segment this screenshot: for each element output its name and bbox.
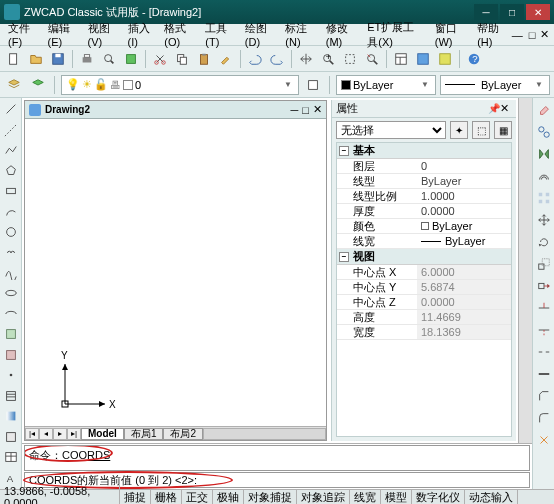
section-view[interactable]: −视图 [337, 249, 511, 265]
menu-window[interactable]: 窗口(W) [429, 19, 471, 50]
prop-color-value[interactable]: ByLayer [417, 219, 511, 233]
fillet-tool[interactable] [534, 408, 554, 428]
collapse-icon[interactable]: − [339, 252, 349, 262]
tab-first-button[interactable]: |◂ [25, 428, 39, 440]
point-tool[interactable] [1, 366, 21, 384]
close-button[interactable]: ✕ [526, 4, 550, 20]
status-tablet[interactable]: 数字化仪 [412, 490, 465, 505]
drawing-canvas[interactable]: Y X [25, 119, 326, 426]
mdi-restore-icon[interactable]: — [512, 28, 523, 42]
erase-tool[interactable] [534, 100, 554, 120]
status-lwt[interactable]: 线宽 [350, 490, 381, 505]
polyline-tool[interactable] [1, 141, 21, 159]
drawing-minimize-button[interactable]: ─ [291, 104, 299, 116]
make-block-tool[interactable] [1, 346, 21, 364]
status-ortho[interactable]: 正交 [182, 490, 213, 505]
explode-tool[interactable] [534, 430, 554, 450]
drawing-maximize-button[interactable]: □ [302, 104, 309, 116]
prop-lineweight-value[interactable]: ByLayer [417, 234, 511, 248]
layout1-tab[interactable]: 布局1 [124, 428, 164, 440]
quick-select-button[interactable]: ✦ [450, 121, 468, 139]
layout2-tab[interactable]: 布局2 [163, 428, 203, 440]
pan-button[interactable] [296, 49, 316, 69]
region-tool[interactable] [1, 428, 21, 446]
extend-tool[interactable] [534, 320, 554, 340]
mdi-close-icon[interactable]: ✕ [539, 28, 550, 42]
status-dyn[interactable]: 动态输入 [465, 490, 518, 505]
menu-insert[interactable]: 插入(I) [122, 19, 159, 50]
tab-next-button[interactable]: ▸ [53, 428, 67, 440]
toggle-pickadd-button[interactable]: ▦ [494, 121, 512, 139]
prop-linetype-value[interactable]: ByLayer [417, 174, 511, 188]
layer-dropdown[interactable]: 💡 ☀ 🔓 🖶 0 ▼ [61, 75, 299, 95]
prop-layer-value[interactable]: 0 [417, 159, 511, 173]
layer-states-button[interactable] [303, 75, 323, 95]
menu-format[interactable]: 格式(O) [158, 19, 199, 50]
publish-button[interactable] [121, 49, 141, 69]
status-polar[interactable]: 极轴 [213, 490, 244, 505]
prop-ltscale-value[interactable]: 1.0000 [417, 189, 511, 203]
match-props-button[interactable] [216, 49, 236, 69]
new-button[interactable] [4, 49, 24, 69]
layer-manager-button[interactable] [4, 75, 24, 95]
zoom-window-button[interactable] [340, 49, 360, 69]
copy-button[interactable] [172, 49, 192, 69]
menu-file[interactable]: 文件(F) [2, 19, 42, 50]
redo-button[interactable] [267, 49, 287, 69]
zoom-realtime-button[interactable]: + [318, 49, 338, 69]
properties-button[interactable] [391, 49, 411, 69]
open-button[interactable] [26, 49, 46, 69]
xline-tool[interactable] [1, 120, 21, 138]
offset-tool[interactable] [534, 166, 554, 186]
join-tool[interactable] [534, 364, 554, 384]
layer-previous-button[interactable] [28, 75, 48, 95]
paste-button[interactable] [194, 49, 214, 69]
spline-tool[interactable] [1, 264, 21, 282]
status-model[interactable]: 模型 [381, 490, 412, 505]
model-tab[interactable]: Model [81, 428, 124, 440]
minimize-button[interactable]: ─ [474, 4, 498, 20]
command-history[interactable]: 命令：COORDS [24, 445, 530, 471]
menu-et-tools[interactable]: ET扩展工具(X) [361, 18, 429, 52]
stretch-tool[interactable] [534, 276, 554, 296]
revcloud-tool[interactable] [1, 243, 21, 261]
cut-button[interactable] [150, 49, 170, 69]
table-tool[interactable] [1, 448, 21, 466]
command-input[interactable] [197, 475, 525, 486]
arc-tool[interactable] [1, 202, 21, 220]
prop-thickness-value[interactable]: 0.0000 [417, 204, 511, 218]
zoom-previous-button[interactable] [362, 49, 382, 69]
collapse-icon[interactable]: − [339, 146, 349, 156]
menu-tools[interactable]: 工具(T) [199, 19, 239, 50]
status-grid[interactable]: 栅格 [151, 490, 182, 505]
tab-last-button[interactable]: ▸| [67, 428, 81, 440]
hatch-tool[interactable] [1, 387, 21, 405]
rotate-tool[interactable] [534, 232, 554, 252]
maximize-button[interactable]: □ [500, 4, 524, 20]
polygon-tool[interactable] [1, 161, 21, 179]
selection-dropdown[interactable]: 无选择 [336, 121, 446, 139]
gradient-tool[interactable] [1, 407, 21, 425]
save-button[interactable] [48, 49, 68, 69]
chamfer-tool[interactable] [534, 386, 554, 406]
pin-icon[interactable]: 📌 [488, 103, 500, 114]
insert-block-tool[interactable] [1, 325, 21, 343]
tool-palettes-button[interactable] [435, 49, 455, 69]
select-objects-button[interactable]: ⬚ [472, 121, 490, 139]
ellipse-arc-tool[interactable] [1, 305, 21, 323]
trim-tool[interactable] [534, 298, 554, 318]
panel-close-button[interactable]: ✕ [500, 102, 512, 115]
status-otrack[interactable]: 对象追踪 [297, 490, 350, 505]
linetype-dropdown[interactable]: ByLayer ▼ [440, 75, 550, 95]
rectangle-tool[interactable] [1, 182, 21, 200]
preview-button[interactable] [99, 49, 119, 69]
properties-scrollbar[interactable] [518, 98, 532, 443]
drawing-close-button[interactable]: ✕ [313, 103, 322, 116]
section-basic[interactable]: −基本 [337, 143, 511, 159]
menu-edit[interactable]: 编辑(E) [42, 19, 82, 50]
design-center-button[interactable] [413, 49, 433, 69]
print-button[interactable] [77, 49, 97, 69]
menu-dimension[interactable]: 标注(N) [279, 19, 319, 50]
status-osnap[interactable]: 对象捕捉 [244, 490, 297, 505]
mdi-max-icon[interactable]: □ [527, 28, 538, 42]
